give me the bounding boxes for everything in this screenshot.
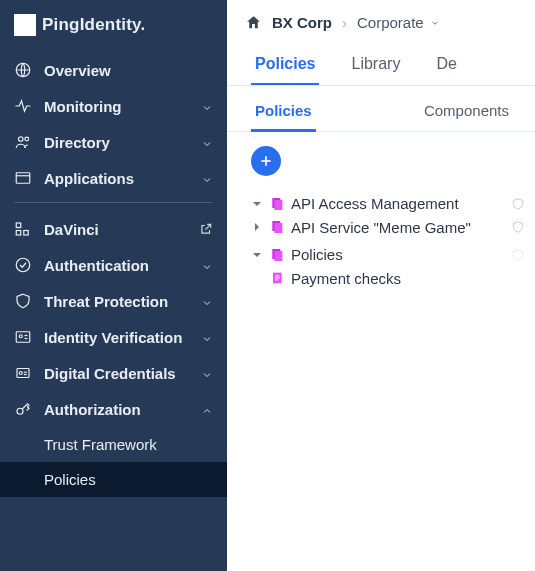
tree-node-policies[interactable]: Policies: [251, 245, 535, 265]
sidebar-item-label: Identity Verification: [44, 329, 189, 346]
brand-logo: [14, 14, 36, 36]
svg-point-14: [19, 372, 22, 375]
svg-rect-9: [16, 332, 30, 343]
sidebar-item-label: Directory: [44, 134, 189, 151]
subtab-policies[interactable]: Policies: [251, 98, 316, 132]
sidebar-item-identity-verification[interactable]: Identity Verification: [0, 319, 227, 355]
external-link-icon: [199, 222, 213, 236]
sidebar-item-label: DaVinci: [44, 221, 187, 238]
key-icon: [14, 400, 32, 418]
collapse-icon[interactable]: [251, 249, 263, 261]
tree-node-label: API Service "Meme Game": [291, 218, 505, 238]
sidebar-item-authentication[interactable]: Authentication: [0, 247, 227, 283]
shield-icon: [511, 197, 525, 211]
breadcrumb-env-label: Corporate: [357, 14, 424, 31]
breadcrumb-env-dropdown[interactable]: Corporate: [357, 14, 440, 31]
sidebar-item-davinci[interactable]: DaVinci: [0, 211, 227, 247]
breadcrumb: BX Corp › Corporate: [227, 0, 535, 39]
expand-icon[interactable]: [251, 221, 263, 233]
shield-icon: [511, 248, 525, 262]
svg-point-2: [25, 137, 29, 141]
breadcrumb-org[interactable]: BX Corp: [272, 14, 332, 31]
policy-set-icon: [269, 247, 285, 263]
puzzle-icon: [14, 220, 32, 238]
tree-node-label: API Access Management: [291, 194, 505, 214]
sidebar-item-label: Digital Credentials: [44, 365, 189, 382]
sidebar-item-label: Overview: [44, 62, 213, 79]
svg-rect-29: [275, 280, 278, 281]
sidebar-item-monitoring[interactable]: Monitoring: [0, 88, 227, 124]
main-content: BX Corp › Corporate Policies Library De …: [227, 0, 535, 571]
window-icon: [14, 169, 32, 187]
brand: PingIdentity.: [0, 0, 227, 52]
tree-node-label: Policies: [291, 245, 505, 265]
credential-icon: [14, 364, 32, 382]
svg-point-8: [16, 258, 30, 272]
shield-icon: [511, 220, 525, 234]
sidebar-item-label: Applications: [44, 170, 189, 187]
chevron-down-icon: [430, 18, 440, 28]
svg-rect-23: [274, 223, 282, 233]
sidebar-item-label: Authorization: [44, 401, 189, 418]
sidebar-subitem-trust-framework[interactable]: Trust Framework: [0, 427, 227, 462]
tab-decisions[interactable]: De: [432, 49, 460, 85]
policy-set-icon: [269, 196, 285, 212]
sidebar-item-authorization[interactable]: Authorization: [0, 391, 227, 427]
secondary-tabs: Policies Components: [227, 86, 535, 132]
sidebar-item-label: Authentication: [44, 257, 189, 274]
add-button[interactable]: [251, 146, 281, 176]
globe-icon: [14, 61, 32, 79]
svg-rect-21: [274, 200, 282, 210]
sidebar-item-digital-credentials[interactable]: Digital Credentials: [0, 355, 227, 391]
brand-name: PingIdentity.: [42, 15, 145, 35]
tree-node-payment-checks[interactable]: Payment checks: [251, 269, 535, 289]
tree-node-root[interactable]: API Access Management: [251, 194, 535, 214]
primary-tabs: Policies Library De: [227, 39, 535, 86]
sidebar-item-overview[interactable]: Overview: [0, 52, 227, 88]
sidebar-item-applications[interactable]: Applications: [0, 160, 227, 196]
svg-point-17: [17, 408, 23, 414]
sidebar-item-threat-protection[interactable]: Threat Protection: [0, 283, 227, 319]
chevron-down-icon: [201, 172, 213, 184]
svg-rect-5: [16, 223, 21, 228]
policy-set-icon: [269, 219, 285, 235]
policy-icon: [269, 270, 285, 286]
policy-tree: API Access Management API Service "Meme …: [251, 190, 535, 300]
sidebar-item-label: Monitoring: [44, 98, 189, 115]
chevron-down-icon: [201, 136, 213, 148]
tab-policies[interactable]: Policies: [251, 49, 319, 86]
chevron-down-icon: [201, 259, 213, 271]
svg-rect-7: [24, 231, 29, 236]
divider: [14, 202, 213, 203]
tree-node-api-service[interactable]: API Service "Meme Game": [251, 218, 535, 238]
svg-rect-28: [275, 278, 280, 279]
id-card-icon: [14, 328, 32, 346]
subtab-components[interactable]: Components: [420, 98, 513, 131]
chevron-down-icon: [201, 331, 213, 343]
people-icon: [14, 133, 32, 151]
sidebar: PingIdentity. Overview Monitoring Direct…: [0, 0, 227, 571]
home-icon[interactable]: [245, 14, 262, 31]
check-circle-icon: [14, 256, 32, 274]
shield-icon: [14, 292, 32, 310]
activity-icon: [14, 97, 32, 115]
chevron-down-icon: [201, 100, 213, 112]
sidebar-item-label: Policies: [44, 471, 213, 488]
sidebar-item-label: Threat Protection: [44, 293, 189, 310]
plus-icon: [258, 153, 274, 169]
tree-node-label: Payment checks: [291, 269, 535, 289]
chevron-up-icon: [201, 403, 213, 415]
svg-point-1: [19, 137, 24, 142]
svg-rect-3: [16, 173, 30, 184]
sidebar-item-directory[interactable]: Directory: [0, 124, 227, 160]
tab-library[interactable]: Library: [347, 49, 404, 85]
collapse-icon[interactable]: [251, 198, 263, 210]
svg-rect-27: [275, 276, 280, 277]
sidebar-subitem-policies[interactable]: Policies: [0, 462, 227, 497]
svg-point-10: [19, 335, 22, 338]
policy-tree-area: API Access Management API Service "Meme …: [227, 132, 535, 300]
breadcrumb-separator: ›: [342, 14, 347, 31]
chevron-down-icon: [201, 295, 213, 307]
svg-rect-6: [16, 231, 21, 236]
svg-rect-25: [274, 251, 282, 261]
